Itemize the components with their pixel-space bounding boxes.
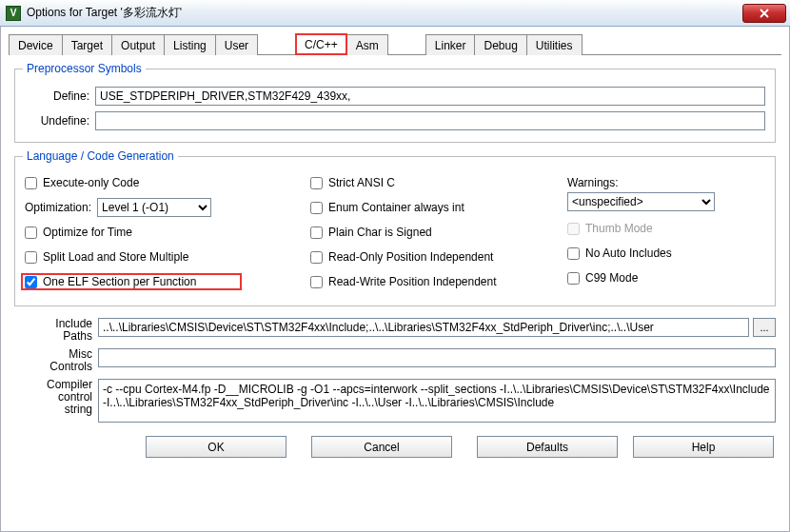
optimization-select[interactable]: Level 1 (-O1) <box>97 198 211 217</box>
button-bar: OK Cancel Defaults Help <box>9 423 781 458</box>
define-label: Define: <box>25 89 95 103</box>
execute-only-checkbox[interactable]: Execute-only Code <box>25 174 301 191</box>
enum-container-label: Enum Container always int <box>328 201 464 214</box>
help-button[interactable]: Help <box>633 436 774 458</box>
tab-user[interactable]: User <box>215 34 258 55</box>
window-title: Options for Target '多彩流水灯' <box>27 5 742 21</box>
split-load-label: Split Load and Store Multiple <box>43 250 188 264</box>
include-paths-input[interactable] <box>98 318 749 337</box>
optimize-time-label: Optimize for Time <box>43 226 132 239</box>
tab-c-cpp[interactable]: C/C++ <box>295 33 347 55</box>
execute-only-label: Execute-only Code <box>43 176 139 189</box>
close-icon <box>760 9 769 18</box>
undefine-input[interactable] <box>95 111 765 130</box>
tabstrip: Device Target Output Listing User C/C++ … <box>9 32 781 55</box>
tab-debug[interactable]: Debug <box>474 34 526 55</box>
strict-ansi-label: Strict ANSI C <box>328 176 395 189</box>
split-load-checkbox[interactable]: Split Load and Store Multiple <box>25 248 301 266</box>
cancel-button[interactable]: Cancel <box>311 436 452 458</box>
warnings-select[interactable]: <unspecified> <box>567 192 715 211</box>
group-language: Language / Code Generation Execute-only … <box>14 156 776 306</box>
ok-button[interactable]: OK <box>146 436 286 458</box>
misc-controls-label: Misc Controls <box>14 348 98 373</box>
dialog-body: Device Target Output Listing User C/C++ … <box>0 27 790 532</box>
c99-checkbox[interactable]: C99 Mode <box>567 269 739 286</box>
tab-target[interactable]: Target <box>62 34 112 55</box>
thumb-checkbox: Thumb Mode <box>567 220 739 237</box>
tab-output[interactable]: Output <box>111 34 165 55</box>
include-paths-browse-button[interactable]: ... <box>753 318 776 337</box>
no-auto-label: No Auto Includes <box>585 246 672 260</box>
misc-controls-input[interactable] <box>98 348 776 367</box>
group-preprocessor: Preprocessor Symbols Define: Undefine: <box>14 69 776 143</box>
rw-pi-checkbox[interactable]: Read-Write Position Independent <box>310 273 558 290</box>
tab-device[interactable]: Device <box>9 34 63 55</box>
ro-pi-label: Read-Only Position Independent <box>328 250 493 264</box>
app-icon: V <box>6 6 21 21</box>
plain-char-label: Plain Char is Signed <box>328 226 432 239</box>
enum-container-checkbox[interactable]: Enum Container always int <box>310 199 558 216</box>
one-elf-label: One ELF Section per Function <box>43 275 196 288</box>
titlebar: V Options for Target '多彩流水灯' <box>0 0 790 27</box>
group-title-language: Language / Code Generation <box>23 149 178 163</box>
compiler-control-label: Compiler control string <box>14 379 98 416</box>
one-elf-checkbox[interactable]: One ELF Section per Function <box>21 273 242 290</box>
warnings-label: Warnings: <box>567 176 619 189</box>
close-button[interactable] <box>742 4 786 23</box>
optimization-label: Optimization: <box>25 201 91 214</box>
defaults-button[interactable]: Defaults <box>477 436 618 458</box>
compiler-control-string: -c --cpu Cortex-M4.fp -D__MICROLIB -g -O… <box>98 379 776 423</box>
plain-char-checkbox[interactable]: Plain Char is Signed <box>310 224 558 241</box>
rw-pi-label: Read-Write Position Independent <box>328 275 497 288</box>
define-input[interactable] <box>95 87 765 106</box>
undefine-label: Undefine: <box>25 114 95 128</box>
tab-listing[interactable]: Listing <box>164 34 216 55</box>
ro-pi-checkbox[interactable]: Read-Only Position Independent <box>310 248 558 266</box>
optimize-time-checkbox[interactable]: Optimize for Time <box>25 224 301 241</box>
include-paths-label: Include Paths <box>14 318 98 343</box>
c99-label: C99 Mode <box>585 271 638 285</box>
strict-ansi-checkbox[interactable]: Strict ANSI C <box>310 174 558 191</box>
thumb-label: Thumb Mode <box>585 222 653 235</box>
group-title-preprocessor: Preprocessor Symbols <box>23 62 146 75</box>
tab-utilities[interactable]: Utilities <box>526 34 583 55</box>
tab-linker[interactable]: Linker <box>425 34 476 55</box>
no-auto-checkbox[interactable]: No Auto Includes <box>567 245 739 262</box>
tab-asm[interactable]: Asm <box>346 34 388 55</box>
